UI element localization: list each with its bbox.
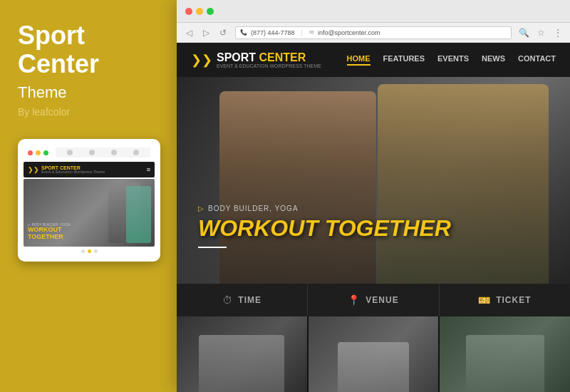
nav-home[interactable]: HOME bbox=[347, 54, 370, 66]
logo-tagline-text: Event & Education Wordpress Theme bbox=[217, 63, 321, 68]
nav-news[interactable]: NEWS bbox=[482, 54, 505, 66]
mobile-dot-yellow bbox=[36, 150, 41, 155]
mobile-icon-2 bbox=[89, 150, 95, 155]
theme-title: SportCenter bbox=[18, 21, 159, 78]
hero-content: BODY BUILDER, YOGA WORKOUT TOGETHER bbox=[198, 205, 451, 248]
mobile-logo-tagline: Event & Education Wordpress Theme bbox=[41, 170, 105, 174]
mobile-headline: WORKOUTTOGETHER bbox=[28, 227, 71, 241]
site-logo: ❯❯ SPORT CENTER Event & Education Wordpr… bbox=[191, 52, 321, 68]
browser-star-icon[interactable]: ☆ bbox=[536, 28, 546, 38]
mobile-logo-text: SPORT CENTER Event & Education Wordpress… bbox=[41, 165, 105, 174]
event-ticket[interactable]: 🎫 TICKET bbox=[440, 284, 570, 316]
browser-close-button[interactable] bbox=[185, 8, 192, 15]
nav-features[interactable]: FEATURES bbox=[383, 54, 425, 66]
divider: | bbox=[301, 29, 303, 36]
mobile-mockup: ❯❯ SPORT CENTER Event & Education Wordpr… bbox=[18, 139, 160, 262]
nav-contact[interactable]: CONTACT bbox=[518, 54, 556, 66]
hero-gradient bbox=[177, 77, 570, 284]
mobile-dot-nav-2[interactable] bbox=[88, 249, 91, 253]
browser-phone: (877) 444-7788 bbox=[251, 29, 295, 36]
hero-category-text: BODY BUILDER, YOGA bbox=[198, 205, 451, 212]
event-time[interactable]: ⏱ TIME bbox=[177, 284, 308, 316]
browser-forward-icon[interactable]: ▷ bbox=[201, 28, 211, 38]
mobile-logo-icon: ❯❯ bbox=[28, 166, 39, 173]
mobile-logo: ❯❯ SPORT CENTER Event & Education Wordpr… bbox=[28, 165, 105, 174]
event-venue[interactable]: 📍 VENUE bbox=[308, 284, 439, 316]
thumb-3[interactable]: ★ bbox=[440, 316, 570, 392]
mobile-hero-overlay: ▷ BODY BUILDER, YOGA WORKOUTTOGETHER bbox=[28, 222, 71, 241]
mobile-icon-3 bbox=[111, 150, 117, 155]
mobile-figure-2 bbox=[126, 186, 151, 243]
mobile-nav: ❯❯ SPORT CENTER Event & Education Wordpr… bbox=[24, 162, 155, 177]
left-panel: SportCenter Theme By leafcolor ❯❯ SPORT … bbox=[0, 0, 177, 392]
mobile-dots bbox=[24, 247, 155, 256]
thumb-3-figure bbox=[466, 335, 544, 392]
thumb-2-figure bbox=[338, 342, 409, 392]
mobile-icon-1 bbox=[67, 150, 73, 155]
theme-author: By leafcolor bbox=[18, 106, 159, 118]
mobile-dot-green bbox=[43, 150, 48, 155]
email-icon: ✉ bbox=[309, 29, 314, 36]
phone-icon: 📞 bbox=[240, 29, 247, 36]
browser-refresh-icon[interactable]: ↺ bbox=[218, 28, 228, 38]
mobile-dot-red bbox=[28, 150, 33, 155]
logo-text-block: SPORT CENTER Event & Education Wordpress… bbox=[217, 52, 321, 68]
hero-divider bbox=[198, 247, 227, 248]
browser-back-icon[interactable]: ◁ bbox=[184, 28, 194, 38]
venue-icon: 📍 bbox=[348, 294, 360, 306]
mobile-dot-nav-3[interactable] bbox=[94, 249, 98, 253]
logo-main-text: SPORT CENTER bbox=[217, 52, 321, 63]
nav-links: HOME FEATURES EVENTS NEWS CONTACT bbox=[347, 54, 556, 66]
logo-chevron-icon: ❯❯ bbox=[191, 53, 212, 66]
time-icon: ⏱ bbox=[222, 294, 232, 306]
hero-title-text: WORKOUT TOGETHER bbox=[198, 217, 451, 239]
browser-email: info@sportcenter.com bbox=[318, 29, 380, 36]
theme-subtitle: Theme bbox=[18, 83, 159, 102]
thumb-1[interactable]: ★ bbox=[177, 316, 307, 392]
browser-maximize-button[interactable] bbox=[207, 8, 214, 15]
site-nav: ❯❯ SPORT CENTER Event & Education Wordpr… bbox=[177, 43, 570, 77]
browser-search-icon[interactable]: 🔍 bbox=[519, 28, 529, 38]
event-bar: ⏱ TIME 📍 VENUE 🎫 TICKET bbox=[177, 284, 570, 316]
browser-minimize-button[interactable] bbox=[196, 8, 203, 15]
thumb-2[interactable]: 2 bbox=[309, 316, 439, 392]
mobile-hamburger-icon[interactable]: ≡ bbox=[147, 166, 150, 173]
browser-chrome-bar bbox=[177, 0, 570, 23]
mobile-address-bar bbox=[56, 148, 150, 158]
ticket-label: TICKET bbox=[496, 295, 531, 305]
browser-url-bar[interactable]: 📞 (877) 444-7788 | ✉ info@sportcenter.co… bbox=[235, 26, 512, 39]
mobile-chrome bbox=[24, 145, 155, 160]
browser-mockup: ◁ ▷ ↺ 📞 (877) 444-7788 | ✉ info@sportcen… bbox=[177, 0, 570, 392]
mobile-dot-nav-1[interactable] bbox=[81, 249, 85, 253]
thumbnails-row: ★ 2 ★ bbox=[177, 316, 570, 392]
nav-events[interactable]: EVENTS bbox=[437, 54, 469, 66]
time-label: TIME bbox=[238, 295, 261, 305]
ticket-icon: 🎫 bbox=[478, 294, 490, 306]
browser-menu-icon[interactable]: ⋮ bbox=[553, 28, 563, 38]
mobile-hero: ▷ BODY BUILDER, YOGA WORKOUTTOGETHER bbox=[24, 179, 155, 247]
mobile-icon-4 bbox=[133, 150, 139, 155]
hero-section: BODY BUILDER, YOGA WORKOUT TOGETHER bbox=[177, 77, 570, 284]
venue-label: VENUE bbox=[366, 295, 398, 305]
thumb-1-figure bbox=[199, 335, 284, 392]
browser-toolbar: ◁ ▷ ↺ 📞 (877) 444-7788 | ✉ info@sportcen… bbox=[177, 23, 570, 43]
